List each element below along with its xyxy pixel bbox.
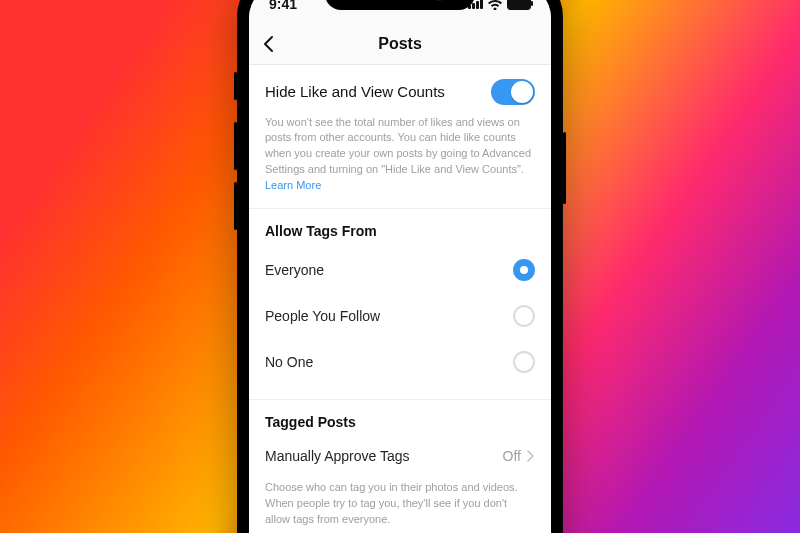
hide-counts-description: You won't see the total number of likes …: [265, 115, 535, 195]
tagged-posts-title: Tagged Posts: [265, 414, 535, 430]
phone-screen: 9:41 Posts Hide Like and View Counts: [249, 0, 551, 533]
radio-selected-icon[interactable]: [513, 259, 535, 281]
page-title: Posts: [249, 35, 551, 53]
settings-content: Hide Like and View Counts You won't see …: [249, 65, 551, 534]
phone-notch: [325, 0, 475, 10]
hide-counts-desc-text: You won't see the total number of likes …: [265, 116, 531, 176]
battery-icon: [507, 0, 531, 10]
learn-more-link[interactable]: Learn More: [265, 179, 321, 191]
manually-approve-row[interactable]: Manually Approve Tags Off: [265, 438, 535, 470]
status-indicators: [468, 0, 531, 10]
camera-dot: [435, 0, 443, 1]
hide-counts-label: Hide Like and View Counts: [265, 83, 445, 100]
wifi-icon: [487, 0, 503, 10]
hide-counts-section: Hide Like and View Counts You won't see …: [249, 65, 551, 210]
phone-side-button: [234, 122, 237, 170]
gradient-background: 9:41 Posts Hide Like and View Counts: [0, 0, 800, 533]
phone-frame: 9:41 Posts Hide Like and View Counts: [237, 0, 563, 533]
hide-counts-row[interactable]: Hide Like and View Counts: [265, 79, 535, 105]
tag-option-everyone[interactable]: Everyone: [265, 247, 535, 293]
allow-tags-section: Allow Tags From Everyone People You Foll…: [249, 209, 551, 400]
chevron-right-icon: [527, 450, 535, 462]
tag-option-people-you-follow[interactable]: People You Follow: [265, 293, 535, 339]
phone-side-button: [234, 72, 237, 100]
tag-option-label: No One: [265, 354, 313, 370]
radio-unselected-icon[interactable]: [513, 305, 535, 327]
hide-counts-toggle[interactable]: [491, 79, 535, 105]
tag-option-label: People You Follow: [265, 308, 380, 324]
allow-tags-title: Allow Tags From: [265, 223, 535, 239]
back-icon[interactable]: [259, 34, 279, 54]
nav-bar: Posts: [249, 24, 551, 65]
phone-side-button: [234, 182, 237, 230]
manually-approve-value: Off: [503, 448, 535, 464]
radio-unselected-icon[interactable]: [513, 351, 535, 373]
tag-option-label: Everyone: [265, 262, 324, 278]
manually-approve-value-text: Off: [503, 448, 521, 464]
status-time: 9:41: [269, 0, 297, 12]
manually-approve-label: Manually Approve Tags: [265, 448, 410, 464]
phone-side-button: [563, 132, 566, 204]
tagged-posts-section: Tagged Posts Manually Approve Tags Off C…: [249, 400, 551, 533]
tag-option-no-one[interactable]: No One: [265, 339, 535, 385]
tagged-posts-description: Choose who can tag you in their photos a…: [265, 480, 535, 528]
